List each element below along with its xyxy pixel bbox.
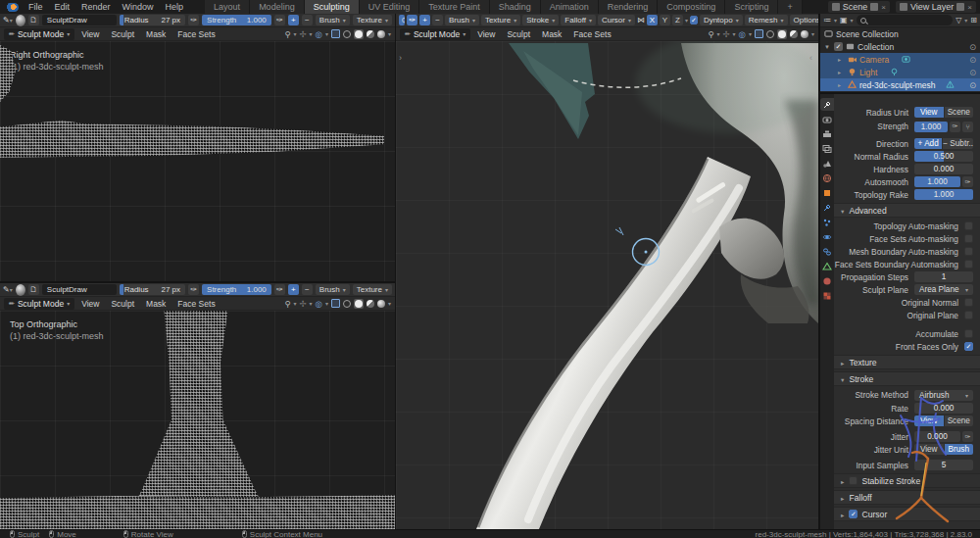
shading-material-icon[interactable] xyxy=(367,300,374,308)
sidebar-expand-arrow-icon[interactable]: ‹ xyxy=(809,53,812,63)
tab-sculpting[interactable]: Sculpting xyxy=(305,0,360,14)
menu-file[interactable]: File xyxy=(23,0,49,14)
collection-checkbox[interactable] xyxy=(834,42,843,51)
view-menu[interactable]: View xyxy=(76,297,104,311)
visibility-icon[interactable]: ⚲ xyxy=(284,299,290,309)
properties-tab-scene[interactable] xyxy=(820,157,834,170)
properties-tab-object[interactable] xyxy=(820,186,834,199)
disclosure-icon[interactable]: ▸ xyxy=(838,69,845,75)
shading-rendered-icon[interactable] xyxy=(377,30,385,38)
xray-toggle-icon[interactable] xyxy=(331,299,340,308)
arm-tube-mesh[interactable] xyxy=(476,157,751,529)
shading-rendered-icon[interactable] xyxy=(377,300,385,308)
shading-solid-active[interactable] xyxy=(354,299,364,309)
radius-unit-view-button[interactable]: View xyxy=(914,107,944,118)
options-dropdown[interactable]: Options xyxy=(790,15,818,25)
remove-view-layer-icon[interactable]: × xyxy=(967,3,972,12)
visibility-icon[interactable]: ⚲ xyxy=(284,29,290,39)
strength-slider-partial[interactable]: 0 xyxy=(399,15,405,25)
view-menu[interactable]: View xyxy=(472,27,500,41)
pressure-icon[interactable]: ✑ xyxy=(962,176,973,187)
shading-material-icon[interactable] xyxy=(790,30,798,38)
hardness-slider[interactable]: 0.000 xyxy=(914,164,973,174)
add-workspace-button[interactable]: + xyxy=(778,0,802,14)
stabilize-stroke-checkbox[interactable] xyxy=(849,476,858,485)
texture-dropdown[interactable]: Texture xyxy=(353,284,392,295)
claw-mesh[interactable] xyxy=(719,219,784,279)
new-scene-icon[interactable] xyxy=(870,3,878,11)
radius-slider[interactable]: Radius27 px xyxy=(120,15,185,25)
radius-unit-scene-button[interactable]: Scene xyxy=(945,107,974,118)
menu-window[interactable]: Window xyxy=(117,0,160,14)
jitter-unit-view-button[interactable]: View xyxy=(914,444,944,455)
wireframe-mesh-vertical-stem[interactable] xyxy=(137,311,260,499)
blender-logo-icon[interactable] xyxy=(6,3,19,12)
stabilize-stroke-subpanel[interactable]: Stabilize Stroke xyxy=(834,473,980,488)
front-faces-only-checkbox[interactable] xyxy=(964,342,973,351)
falloff-dropdown[interactable]: Falloff xyxy=(561,15,596,25)
tab-scripting[interactable]: Scripting xyxy=(725,0,778,14)
disclosure-icon[interactable]: ▼ xyxy=(824,44,831,50)
texture-dropdown[interactable]: Texture xyxy=(481,15,520,25)
filter-icon[interactable]: ▽ xyxy=(956,16,961,24)
properties-tab-data[interactable] xyxy=(820,260,834,272)
add-mode-button[interactable]: + xyxy=(288,284,299,295)
view-menu[interactable]: View xyxy=(76,27,104,41)
properties-tab-constraints[interactable] xyxy=(820,245,834,258)
view-layer-selector[interactable]: View Layer × xyxy=(896,1,976,13)
properties-tab-render[interactable] xyxy=(820,113,834,125)
toolbar-expand-arrow-icon[interactable]: › xyxy=(399,53,402,63)
cursor-dropdown[interactable]: Cursor xyxy=(598,15,635,25)
mode-dropdown[interactable]: ✏ Sculpt Mode xyxy=(400,28,470,40)
visibility-icon[interactable]: ⚲ xyxy=(708,29,713,39)
strength-pressure-icon[interactable]: ✑ xyxy=(274,15,285,25)
strength-slider[interactable]: 1.000 xyxy=(914,122,948,132)
face-sets-menu[interactable]: Face Sets xyxy=(172,27,220,41)
outliner-search-input[interactable] xyxy=(857,15,954,25)
stroke-method-dropdown[interactable]: Airbrush xyxy=(914,390,973,401)
xray-toggle-icon[interactable] xyxy=(755,29,763,38)
face-sets-menu[interactable]: Face Sets xyxy=(568,27,615,41)
properties-tab-modifiers[interactable] xyxy=(820,201,834,214)
spacing-view-button[interactable]: View xyxy=(914,416,944,426)
editor-type-icon[interactable]: ✎▾ xyxy=(3,16,13,24)
mirror-y-button[interactable]: Y xyxy=(660,15,670,25)
texture-panel-header[interactable]: Texture xyxy=(834,355,980,369)
topology-automasking-checkbox[interactable] xyxy=(964,221,973,230)
add-mode-button[interactable]: + xyxy=(419,15,430,25)
shading-wireframe-icon[interactable] xyxy=(343,30,351,38)
camera-data-icon[interactable] xyxy=(902,55,910,64)
tab-rendering[interactable]: Rendering xyxy=(599,0,659,14)
shading-solid-active[interactable] xyxy=(777,29,787,39)
propagation-steps-field[interactable]: 1 xyxy=(914,271,973,282)
pressure-icon[interactable]: ✑ xyxy=(962,431,973,442)
wireframe-mesh-horizontal-bar[interactable] xyxy=(0,120,384,161)
unlink-scene-icon[interactable]: × xyxy=(881,3,886,12)
properties-tab-output[interactable] xyxy=(820,127,834,140)
brush-dropdown[interactable]: Brush xyxy=(316,284,350,295)
shading-wireframe-icon[interactable] xyxy=(766,30,774,38)
brush-dropdown[interactable]: Brush xyxy=(445,15,479,25)
topology-rake-slider[interactable]: 1.000 xyxy=(914,189,973,200)
hide-icon[interactable]: ⊙ xyxy=(969,80,976,90)
original-normal-checkbox[interactable] xyxy=(964,298,973,307)
menu-render[interactable]: Render xyxy=(75,0,117,14)
outliner-row-mesh[interactable]: ▸ red-3dc-sculpt-mesh ⊙ xyxy=(820,78,980,91)
stroke-dropdown[interactable]: Stroke xyxy=(522,15,559,25)
rate-field[interactable]: 0.000 xyxy=(914,403,973,414)
subtract-mode-button[interactable]: − xyxy=(302,15,313,25)
radius-pressure-icon[interactable]: ✑ xyxy=(188,15,199,25)
original-plane-checkbox[interactable] xyxy=(964,311,973,319)
sculpt-menu[interactable]: Sculpt xyxy=(502,27,535,41)
mode-dropdown[interactable]: ✏ Sculpt Mode xyxy=(4,298,74,310)
input-samples-field[interactable]: 5 xyxy=(914,460,973,470)
scene-selector[interactable]: Scene × xyxy=(828,1,890,13)
brush-datablock-icon[interactable]: 🗋 xyxy=(28,284,39,295)
tab-modeling[interactable]: Modeling xyxy=(250,0,305,14)
normal-radius-slider[interactable]: 0.500 xyxy=(914,151,973,162)
editor-type-icon[interactable]: ✎▾ xyxy=(3,285,13,294)
facesets-automasking-checkbox[interactable] xyxy=(964,234,973,243)
properties-tab-texture[interactable] xyxy=(820,289,834,302)
menu-help[interactable]: Help xyxy=(160,0,190,14)
strength-slider[interactable]: Strength1.000 xyxy=(202,15,271,25)
